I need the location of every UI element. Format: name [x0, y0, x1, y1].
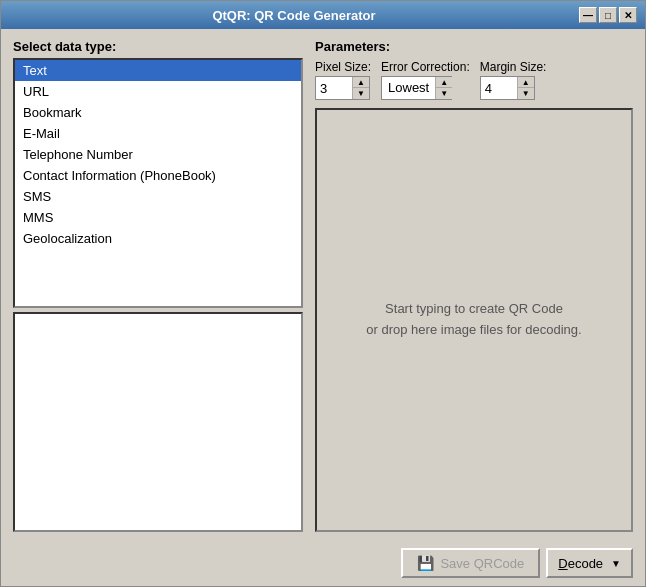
main-area: Select data type: TextURLBookmarkE-MailT… — [13, 39, 633, 532]
margin-size-spinbox: ▲ ▼ — [480, 76, 535, 100]
pixel-size-down-button[interactable]: ▼ — [353, 88, 369, 99]
error-correction-down-button[interactable]: ▼ — [436, 88, 452, 99]
data-type-list: TextURLBookmarkE-MailTelephone NumberCon… — [13, 58, 303, 308]
minimize-button[interactable]: — — [579, 7, 597, 23]
main-window: QtQR: QR Code Generator — □ ✕ Select dat… — [0, 0, 646, 587]
decode-button[interactable]: Decode ▼ — [546, 548, 633, 578]
error-correction-up-button[interactable]: ▲ — [436, 77, 452, 88]
right-panel: Parameters: Pixel Size: ▲ ▼ E — [315, 39, 633, 532]
save-qrcode-button[interactable]: 💾 Save QRCode — [401, 548, 540, 578]
error-correction-arrows: ▲ ▼ — [435, 77, 451, 99]
qr-preview-area: Start typing to create QR Code or drop h… — [315, 108, 633, 532]
qr-placeholder-line2: or drop here image files for decoding. — [366, 322, 581, 337]
margin-size-input[interactable] — [481, 77, 517, 99]
params-row: Pixel Size: ▲ ▼ Error Correction: L — [315, 60, 633, 100]
list-item-url[interactable]: URL — [15, 81, 301, 102]
maximize-button[interactable]: □ — [599, 7, 617, 23]
error-correction-select[interactable]: Lowest ▲ ▼ — [381, 76, 452, 100]
content-area: Select data type: TextURLBookmarkE-MailT… — [1, 29, 645, 542]
pixel-size-group: Pixel Size: ▲ ▼ — [315, 60, 371, 100]
title-bar: QtQR: QR Code Generator — □ ✕ — [1, 1, 645, 29]
left-panel: Select data type: TextURLBookmarkE-MailT… — [13, 39, 303, 532]
decode-arrow-icon: ▼ — [611, 558, 621, 569]
error-correction-value: Lowest — [382, 77, 435, 99]
error-correction-label: Error Correction: — [381, 60, 470, 74]
margin-size-spin-buttons: ▲ ▼ — [517, 77, 534, 99]
error-correction-group: Error Correction: Lowest ▲ ▼ — [381, 60, 470, 100]
list-item-bookmark[interactable]: Bookmark — [15, 102, 301, 123]
close-button[interactable]: ✕ — [619, 7, 637, 23]
list-item-email[interactable]: E-Mail — [15, 123, 301, 144]
pixel-size-spinbox: ▲ ▼ — [315, 76, 370, 100]
list-item-telephone[interactable]: Telephone Number — [15, 144, 301, 165]
list-item-geo[interactable]: Geolocalization — [15, 228, 301, 249]
window-controls: — □ ✕ — [579, 7, 637, 23]
list-item-text[interactable]: Text — [15, 60, 301, 81]
qr-placeholder-text: Start typing to create QR Code or drop h… — [366, 299, 581, 341]
decode-label: Decode — [558, 556, 603, 571]
margin-size-label: Margin Size: — [480, 60, 547, 74]
margin-size-down-button[interactable]: ▼ — [518, 88, 534, 99]
margin-size-group: Margin Size: ▲ ▼ — [480, 60, 547, 100]
select-type-label: Select data type: — [13, 39, 303, 54]
list-item-mms[interactable]: MMS — [15, 207, 301, 228]
save-label: Save QRCode — [440, 556, 524, 571]
window-title: QtQR: QR Code Generator — [9, 8, 579, 23]
list-item-contact[interactable]: Contact Information (PhoneBook) — [15, 165, 301, 186]
save-icon: 💾 — [417, 555, 434, 571]
pixel-size-input[interactable] — [316, 77, 352, 99]
margin-size-up-button[interactable]: ▲ — [518, 77, 534, 88]
pixel-size-label: Pixel Size: — [315, 60, 371, 74]
qr-placeholder-line1: Start typing to create QR Code — [385, 301, 563, 316]
list-item-sms[interactable]: SMS — [15, 186, 301, 207]
pixel-size-up-button[interactable]: ▲ — [353, 77, 369, 88]
params-label: Parameters: — [315, 39, 633, 54]
text-input-area[interactable] — [13, 312, 303, 532]
pixel-size-spin-buttons: ▲ ▼ — [352, 77, 369, 99]
bottom-bar: 💾 Save QRCode Decode ▼ — [1, 542, 645, 586]
